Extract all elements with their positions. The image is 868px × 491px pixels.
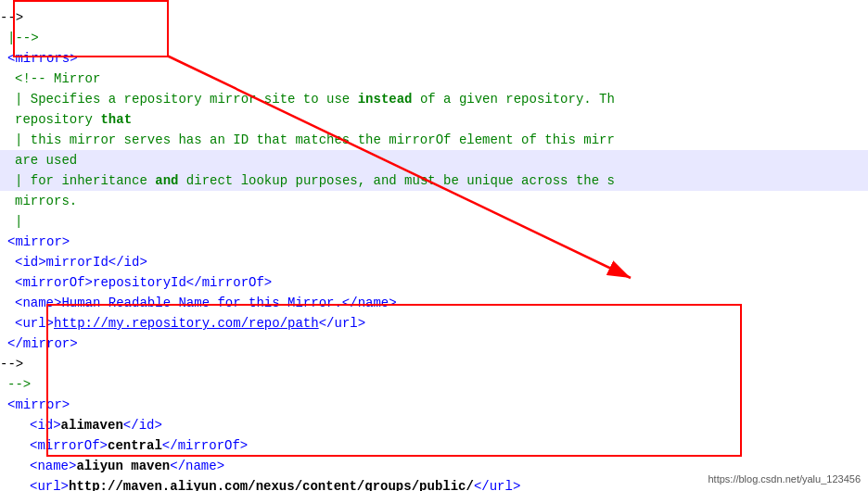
comment-text: |--> bbox=[7, 31, 39, 45]
tag-mirrorof-open-central: <mirrorOf> bbox=[30, 438, 108, 453]
code-line-15: <url>http://my.repository.com/repo/path<… bbox=[0, 313, 868, 334]
tag-mirror-open: <mirror> bbox=[7, 234, 70, 249]
bold-central: central bbox=[108, 438, 162, 453]
comment-specifies: | Specifies a repository mirror site to … bbox=[15, 92, 615, 107]
code-line-10: | bbox=[0, 211, 868, 232]
code-line-2: <mirrors> bbox=[0, 48, 868, 69]
code-line-11: <mirror> bbox=[0, 232, 868, 252]
comment-repo-that: repository that bbox=[15, 112, 132, 127]
code-line-7: are used bbox=[0, 150, 868, 170]
comment-are-used: are used bbox=[15, 153, 77, 168]
tag-id-open-alimaven: <id> bbox=[30, 418, 61, 433]
tag-name-close-aliyun: </name> bbox=[170, 459, 224, 473]
tag-mirror-open-2: <mirror> bbox=[7, 397, 70, 412]
tag-mirrorof-close-central: </mirrorOf> bbox=[162, 438, 248, 453]
code-line-17: --> bbox=[0, 374, 868, 395]
code-line-5: repository that bbox=[0, 109, 868, 130]
comment-pipe: | bbox=[15, 214, 22, 229]
code-line-16: </mirror> bbox=[0, 334, 868, 354]
code-line-13: <mirrorOf>repositoryId</mirrorOf> bbox=[0, 272, 868, 293]
code-line-3: <!-- Mirror bbox=[0, 69, 868, 89]
comment-this-mirror: | this mirror serves has an ID that matc… bbox=[15, 132, 615, 147]
code-line-12: <id>mirrorId</id> bbox=[0, 252, 868, 272]
bold-alimaven: alimaven bbox=[61, 418, 123, 433]
code-line-20: <mirrorOf>central</mirrorOf> bbox=[0, 435, 868, 456]
tag-url-close: </url> bbox=[319, 316, 365, 331]
code-line-14: <name>Human Readable Name for this Mirro… bbox=[0, 293, 868, 313]
tag-id-mirrorId: <id>mirrorId</id> bbox=[15, 255, 147, 270]
code-line-19: <id>alimaven</id> bbox=[0, 415, 868, 435]
tag-id-close-alimaven: </id> bbox=[123, 418, 162, 433]
tag-mirrorOf-repoId: <mirrorOf>repositoryId</mirrorOf> bbox=[15, 275, 272, 290]
tag-name-human: <name>Human Readable Name for this Mirro… bbox=[15, 296, 397, 310]
tag-name-open-aliyun: <name> bbox=[30, 459, 76, 473]
comment-end: --> bbox=[7, 377, 31, 392]
comment-for-inheritance: | for inheritance and direct lookup purp… bbox=[15, 173, 615, 188]
tag-url-open: <url> bbox=[15, 316, 54, 331]
code-line-1: |--> bbox=[0, 28, 868, 48]
tag-url-open-aliyun: <url> bbox=[30, 479, 69, 491]
tag-url-close-aliyun: </url> bbox=[474, 479, 520, 491]
code-line-18: <mirror> bbox=[0, 395, 868, 415]
tag-mirrors-open: <mirrors> bbox=[7, 51, 78, 66]
bold-aliyun-url: http://maven.aliyun.com/nexus/content/gr… bbox=[69, 479, 474, 491]
code-line-4: | Specifies a repository mirror site to … bbox=[0, 89, 868, 109]
bold-aliyun-maven: aliyun maven bbox=[76, 459, 170, 473]
code-line-9: mirrors. bbox=[0, 191, 868, 211]
code-line-6: | this mirror serves has an ID that matc… bbox=[0, 130, 868, 150]
url-link-example[interactable]: http://my.repository.com/repo/path bbox=[54, 316, 319, 331]
watermark: https://blog.csdn.net/yalu_123456 bbox=[708, 469, 861, 489]
code-area: --> |--> <mirrors> <!-- Mirror | Specifi… bbox=[0, 0, 868, 491]
tag-mirror-close: </mirror> bbox=[7, 336, 78, 351]
comment-mirror-start: <!-- Mirror bbox=[15, 71, 100, 86]
comment-mirrors-dot: mirrors. bbox=[15, 194, 77, 208]
code-line-8: | for inheritance and direct lookup purp… bbox=[0, 170, 868, 191]
